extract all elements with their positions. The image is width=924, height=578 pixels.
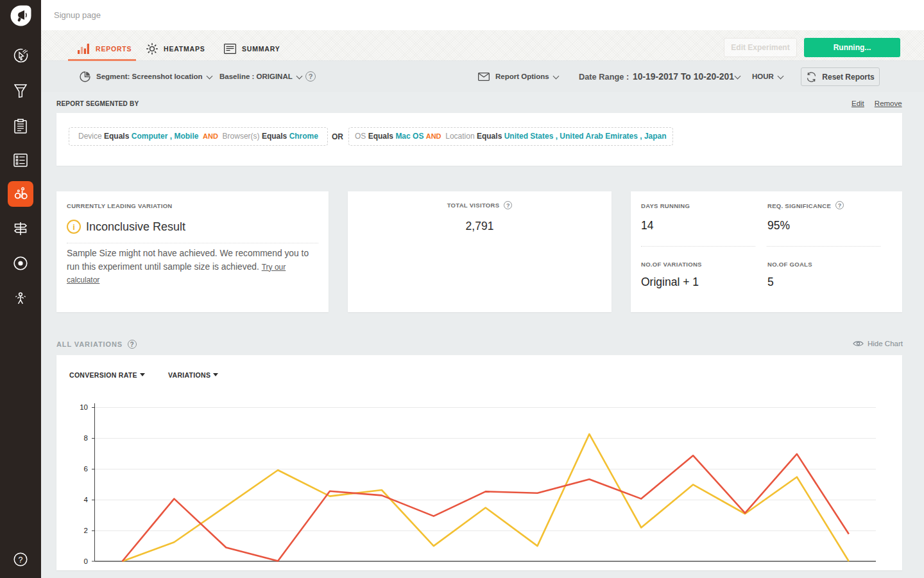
- svg-text:6: 6: [84, 465, 88, 473]
- svg-text:4: 4: [84, 496, 89, 504]
- svg-text:10: 10: [80, 403, 88, 411]
- svg-text:?: ?: [19, 556, 23, 565]
- svg-text:2: 2: [84, 527, 88, 534]
- svg-text:0: 0: [84, 557, 88, 565]
- svg-text:8: 8: [84, 434, 88, 442]
